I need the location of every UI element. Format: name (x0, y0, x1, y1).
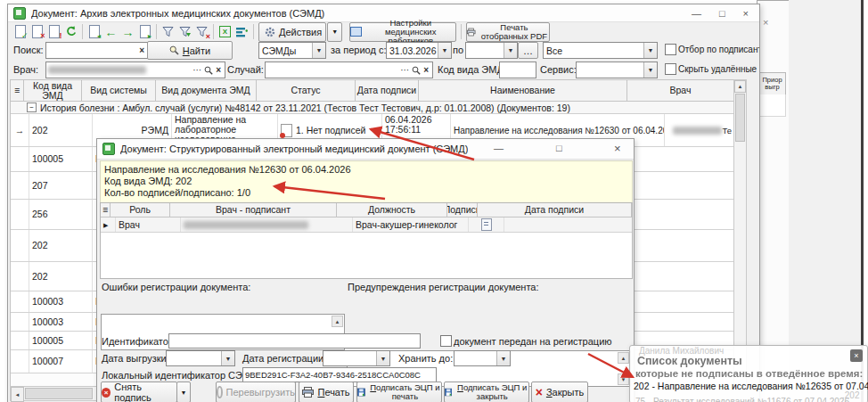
scroll-down-icon[interactable]: ▼ (618, 373, 629, 385)
clear-icon[interactable]: × (216, 66, 221, 75)
scroll-up-icon[interactable]: ▲ (332, 316, 343, 327)
vertical-scrollbar[interactable]: ▲ (733, 79, 747, 390)
delete-doc-icon[interactable]: × (29, 24, 45, 40)
export-date-label: Дата выгрузки: (102, 353, 169, 364)
column-header[interactable]: Подпись (447, 203, 478, 217)
print-button[interactable]: Печать (299, 381, 354, 402)
column-header[interactable]: Должность (337, 203, 447, 217)
clear-icon[interactable]: × (423, 66, 429, 75)
search-icon[interactable] (204, 66, 213, 75)
columns-setup-icon[interactable] (233, 24, 250, 40)
emd-code-input[interactable] (499, 62, 536, 78)
desktop-background (788, 0, 861, 402)
prev-record-icon[interactable]: ← (102, 24, 119, 40)
collapse-icon[interactable]: − (27, 103, 37, 112)
period-to-label: по (453, 45, 463, 55)
filter-icon[interactable] (160, 24, 176, 40)
search-input[interactable]: × (45, 42, 149, 59)
column-header[interactable]: Роль (111, 203, 170, 217)
column-header[interactable]: Врач (627, 80, 734, 102)
more-icon[interactable]: ··· (400, 66, 409, 75)
service-select[interactable]: ▼ (576, 62, 658, 78)
scroll-left-icon[interactable]: ◄ (11, 387, 24, 402)
export-date-select[interactable]: ▼ (166, 350, 235, 366)
filter-apply-icon[interactable] (176, 24, 193, 40)
notification-next-item: 75 - Результат исследований №11676 от 07… (635, 397, 849, 402)
column-header[interactable]: Врач - подписант (170, 203, 337, 217)
column-header[interactable]: Дата подписи (356, 80, 419, 102)
staff-settings-button[interactable]: Настройки медицинских работников (349, 22, 456, 42)
last-record-icon[interactable]: ► (136, 24, 153, 40)
unsign-dropdown[interactable]: ▼ (176, 381, 191, 402)
scrollbar-thumb[interactable] (25, 388, 93, 399)
minimize-icon[interactable]: — (494, 143, 504, 153)
doc-kind-select[interactable]: СЭМДы▼ (258, 42, 326, 59)
search-icon (169, 45, 179, 55)
column-header[interactable]: Наименование (419, 80, 627, 102)
maximize-icon[interactable]: □ (719, 8, 725, 19)
refresh-icon[interactable] (62, 24, 79, 40)
filter-clear-icon[interactable]: × (193, 24, 210, 40)
period-from-select[interactable]: 31.03.2026▼ (386, 42, 452, 59)
select-all-icon[interactable]: ≡ (11, 80, 24, 102)
close-button[interactable]: × (850, 349, 863, 362)
signature-file-icon[interactable] (481, 218, 492, 231)
save-icon (445, 387, 452, 398)
print-selected-button[interactable]: Печать отобранных PDF (466, 22, 550, 42)
reg-date-select[interactable]: ▼ (323, 350, 390, 366)
search-icon[interactable] (412, 66, 421, 75)
local-id-input[interactable]: 9BED291C-F3A2-40B7-9346-2518CCA0C08C (242, 367, 437, 382)
cell-code: 207 (29, 172, 93, 199)
close-button[interactable]: × Закрыть (531, 381, 588, 402)
remd-id-input[interactable] (168, 333, 421, 349)
minimize-icon[interactable]: — (692, 8, 701, 19)
column-header[interactable]: Вид документа ЭМД (156, 80, 257, 102)
scroll-up-icon[interactable]: ▲ (618, 352, 629, 364)
more-icon[interactable]: ··· (192, 66, 201, 75)
close-icon[interactable]: × (763, 17, 768, 28)
background-window: × Приор выгр (757, 0, 789, 402)
scope-select[interactable]: Все▼ (543, 42, 658, 59)
by-signer-checkbox[interactable] (665, 44, 676, 55)
save-doc-icon[interactable]: ✓ (12, 24, 29, 40)
scroll-up-icon[interactable]: ▲ (734, 80, 746, 93)
column-header[interactable]: Дата подписи (478, 203, 632, 217)
period-to-select[interactable]: ▼ (465, 42, 518, 59)
hide-deleted-checkbox[interactable] (665, 63, 676, 75)
excel-export-icon[interactable]: X (217, 24, 233, 40)
sent-to-registration-checkbox[interactable] (440, 335, 452, 347)
case-input[interactable]: ··· × (265, 62, 433, 78)
reg-date-label: Дата регистрации: (242, 353, 326, 364)
signer-row[interactable]: ▶ Врач Врач-акушер-гинеколог (101, 217, 632, 233)
doctor-input[interactable]: ··· × (45, 62, 225, 78)
group-row[interactable]: − История болезни : Амбул. случай (услуг… (11, 102, 734, 114)
toolbar: ✓ × ! ◄ ← → ► × X (8, 21, 759, 42)
actions-button[interactable]: Действия (258, 22, 326, 42)
close-icon[interactable]: × (614, 142, 621, 155)
scrollbar-thumb[interactable] (735, 94, 745, 142)
first-record-icon[interactable]: ◄ (86, 24, 102, 40)
screen-edge-line (861, 0, 864, 402)
close-icon[interactable]: × (743, 8, 749, 19)
column-header[interactable]: Статус (257, 80, 356, 102)
separator (82, 24, 83, 39)
doctor-label: Врач: (13, 64, 38, 75)
sign-and-close-button[interactable]: Подписать ЭЦП и закрыть (444, 381, 529, 402)
doc-warning-icon[interactable]: ! (45, 24, 62, 40)
find-button[interactable]: Найти (147, 41, 233, 60)
sign-and-print-button[interactable]: Подписать ЭЦП и печать (356, 381, 442, 402)
info-line: Направление на исследования №12630 от 06… (104, 164, 628, 176)
unsign-button[interactable]: × Снять подпись (101, 381, 177, 402)
next-record-icon[interactable]: → (119, 24, 136, 40)
column-header[interactable]: Код вида ЭМД (24, 80, 82, 102)
actions-dropdown[interactable]: ▼ (327, 22, 342, 42)
select-all-icon[interactable]: ≡ (101, 203, 111, 217)
errors-label: Ошибки регистрации документа: (102, 282, 250, 292)
period-more-button[interactable]: … (518, 42, 538, 59)
reexport-button: Перевыгрузить (216, 381, 296, 402)
column-header[interactable]: Вид системы (82, 80, 156, 102)
maximize-icon[interactable]: □ (556, 143, 562, 153)
keep-until-select[interactable]: ▼ (454, 350, 511, 366)
clear-icon[interactable]: × (139, 46, 144, 55)
local-id-label: Локальный идентификатор СЭМД: (102, 370, 260, 381)
